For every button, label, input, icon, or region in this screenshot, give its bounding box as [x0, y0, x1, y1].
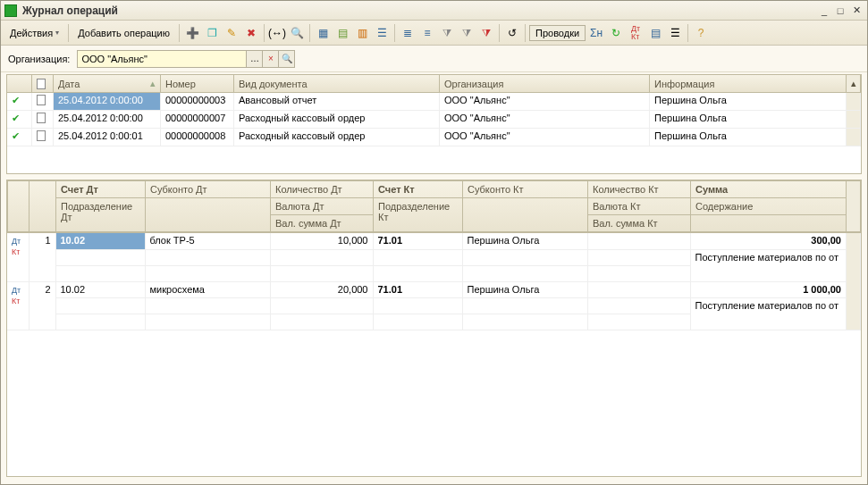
col-dept-kt[interactable]: Подразделение Кт	[374, 198, 463, 232]
dtkt-icon: ДтКт	[12, 237, 21, 256]
table-row[interactable]: ✔ 25.04.2012 0:00:01 00000000008 Расходн…	[7, 129, 861, 146]
posted-check-icon: ✔	[12, 95, 20, 105]
col-type[interactable]	[32, 75, 54, 92]
tool-9-icon[interactable]: ↻	[607, 24, 625, 42]
app-icon	[4, 4, 17, 17]
filter2-icon[interactable]: ⧩	[458, 24, 476, 42]
org-clear-button[interactable]: ×	[263, 50, 279, 68]
tool-7-icon[interactable]: ↺	[503, 24, 521, 42]
col-number[interactable]: Номер	[161, 75, 234, 92]
col-subk-dt[interactable]: Субконто Дт	[146, 181, 271, 198]
minimize-button[interactable]: _	[817, 4, 831, 17]
col-csum-dt[interactable]: Вал. сумма Дт	[271, 215, 374, 232]
col-curr-kt[interactable]: Валюта Кт	[588, 198, 691, 215]
col-dept-dt[interactable]: Подразделение Дт	[56, 198, 146, 232]
documents-grid-body: ✔ 25.04.2012 0:00:00 00000000003 Авансов…	[7, 93, 861, 173]
col-csum-kt[interactable]: Вал. сумма Кт	[588, 215, 691, 232]
tool-8-icon[interactable]: Σн	[587, 24, 605, 42]
titlebar: Журнал операций _ □ ✕	[1, 1, 867, 21]
postings-grid-body: ДтКт 1 10.02 блок ТР-5 10,000 71.01 Перш…	[7, 233, 861, 476]
postings-button[interactable]: Проводки	[529, 25, 586, 41]
posting-row[interactable]: ДтКт 1 10.02 блок ТР-5 10,000 71.01 Перш…	[7, 233, 861, 249]
dtkt-icon: ДтКт	[12, 286, 21, 305]
col-scroll-up[interactable]: ▴	[847, 75, 861, 92]
filter-bar: Организация: ООО "Альянс" … × 🔍	[1, 46, 867, 72]
col-mark[interactable]	[7, 75, 32, 92]
postings-grid: Счет Дт Субконто Дт Количество Дт Счет К…	[6, 180, 862, 477]
add-operation-button[interactable]: Добавить операцию	[72, 26, 175, 40]
report-icon[interactable]: ▤	[646, 24, 664, 42]
table-row[interactable]: ✔ 25.04.2012 0:00:00 00000000003 Авансов…	[7, 93, 861, 111]
col-qty-dt[interactable]: Количество Дт	[271, 181, 374, 198]
col-qty-kt[interactable]: Количество Кт	[588, 181, 691, 198]
tool-3-icon[interactable]: ▥	[353, 24, 371, 42]
col-acc-kt[interactable]: Счет Кт	[374, 181, 463, 198]
posting-row[interactable]: ДтКт 2 10.02 микросхема 20,000 71.01 Пер…	[7, 281, 861, 297]
col-acc-dt[interactable]: Счет Дт	[56, 181, 146, 198]
doc-icon	[37, 130, 46, 141]
refresh-icon[interactable]: (↔)	[268, 24, 286, 42]
tool-4-icon[interactable]: ☰	[373, 24, 391, 42]
find-icon[interactable]: 🔍	[288, 24, 306, 42]
org-field[interactable]: ООО "Альянс"	[77, 50, 247, 68]
help-icon[interactable]: ?	[692, 24, 710, 42]
documents-grid: Дата▴ Номер Вид документа Организация Ин…	[6, 74, 862, 174]
col-subk-kt[interactable]: Субконто Кт	[463, 181, 588, 198]
doc-icon	[37, 95, 46, 105]
actions-menu[interactable]: Действия ▾	[4, 26, 64, 40]
table-row[interactable]: ✔ 25.04.2012 0:00:00 00000000007 Расходн…	[7, 111, 861, 129]
posted-check-icon: ✔	[12, 113, 20, 123]
toolbar: Действия ▾ Добавить операцию ➕ ❐ ✎ ✖ (↔)…	[1, 21, 867, 46]
col-sum[interactable]: Сумма	[691, 181, 847, 198]
filter-icon[interactable]: ⧩	[438, 24, 456, 42]
window-title: Журнал операций	[22, 4, 118, 17]
delete-icon[interactable]: ✖	[242, 24, 260, 42]
tool-5-icon[interactable]: ≣	[399, 24, 417, 42]
postings-grid-header: Счет Дт Субконто Дт Количество Дт Счет К…	[7, 180, 861, 233]
posted-check-icon: ✔	[12, 130, 20, 141]
edit-icon[interactable]: ✎	[223, 24, 240, 42]
tool-6-icon[interactable]: ≡	[418, 24, 436, 42]
window: Журнал операций _ □ ✕ Действия ▾ Добавит…	[0, 0, 868, 485]
copy-icon[interactable]: ❐	[203, 24, 221, 42]
maximize-button[interactable]: □	[833, 4, 847, 17]
tool-1-icon[interactable]: ▦	[314, 24, 332, 42]
col-org[interactable]: Организация	[440, 75, 650, 92]
documents-grid-header: Дата▴ Номер Вид документа Организация Ин…	[7, 75, 861, 93]
dtkt-icon[interactable]: ДтКт	[627, 24, 645, 42]
add-icon[interactable]: ➕	[183, 24, 201, 42]
col-content[interactable]: Содержание	[691, 198, 847, 215]
org-select-button[interactable]: …	[247, 50, 263, 68]
clear-filter-icon[interactable]: ⧩	[477, 24, 495, 42]
doc-icon	[37, 113, 46, 123]
close-button[interactable]: ✕	[849, 4, 864, 17]
list-icon[interactable]: ☰	[666, 24, 684, 42]
col-doc-type[interactable]: Вид документа	[234, 75, 440, 92]
col-date[interactable]: Дата▴	[54, 75, 161, 92]
col-curr-dt[interactable]: Валюта Дт	[271, 198, 374, 215]
tool-2-icon[interactable]: ▤	[333, 24, 351, 42]
org-open-button[interactable]: 🔍	[279, 50, 295, 68]
col-info[interactable]: Информация	[650, 75, 847, 92]
org-label: Организация:	[8, 54, 70, 64]
